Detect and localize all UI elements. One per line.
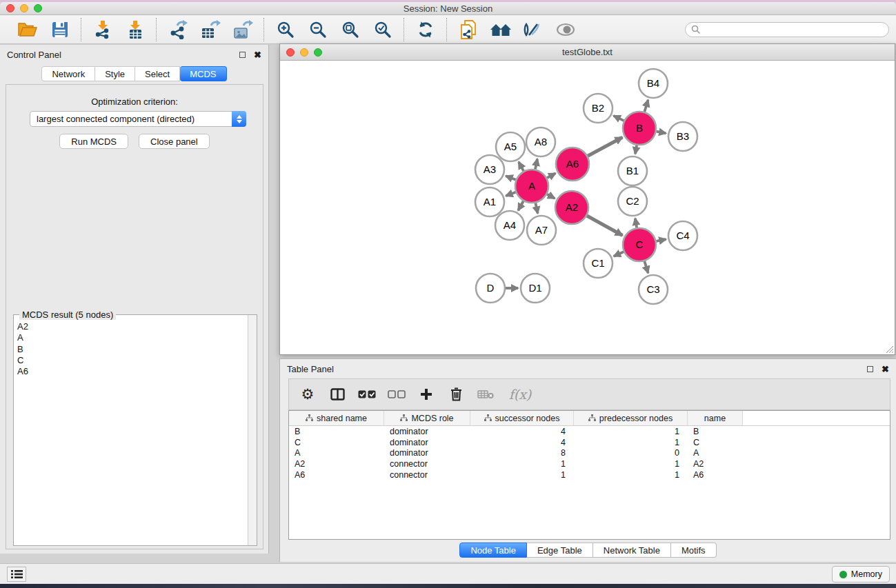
table-cell[interactable]: 8 [470,448,574,458]
column-header-MCDS-role[interactable]: MCDS role [384,411,470,425]
select-all-button[interactable] [358,390,376,398]
memory-button[interactable]: Memory [832,566,890,582]
zoom-fit-button[interactable] [334,17,366,42]
window-resize-grip[interactable] [885,345,893,353]
zoom-in-button[interactable] [269,17,301,42]
mcds-result-list[interactable]: A2ABCA6 [14,321,247,545]
tab-edge-table[interactable]: Edge Table [527,543,593,558]
refresh-button[interactable] [409,17,441,42]
network-canvas[interactable]: B4B2BB3A8A5A6A3B1AA1C2A2A4A7C4CC1DC3D1 [280,61,895,354]
close-table-panel-icon[interactable]: ✖ [882,365,889,374]
function-builder-button[interactable]: f(x) [506,387,534,402]
search-field[interactable] [685,22,889,37]
network-edge-A-A5[interactable] [519,162,524,171]
search-input[interactable] [701,24,883,34]
network-edge-A-A1[interactable] [506,192,515,196]
tab-motifs[interactable]: Motifs [671,543,717,558]
network-edge-A-A8[interactable] [535,159,537,169]
mcds-result-item[interactable]: C [14,355,247,366]
mcds-result-item[interactable]: A [14,332,247,343]
table-cell[interactable]: dominator [384,427,470,436]
optimization-criterion-select[interactable]: largest connected component (directed) [30,111,246,127]
annotation-mode-button[interactable] [517,17,549,42]
mcds-result-scrollbar[interactable] [248,315,257,545]
table-row[interactable]: Bdominator41B [289,426,890,437]
table-cell[interactable]: 1 [574,459,688,469]
zoom-selected-button[interactable] [366,17,399,42]
table-cell[interactable]: connector [384,459,470,469]
table-row[interactable]: Adominator80A [289,447,890,458]
tab-network[interactable]: Network [41,66,95,81]
column-header-successor-nodes[interactable]: successor nodes [470,411,574,425]
close-network-window-button[interactable] [286,48,295,57]
column-header-shared-name[interactable]: shared name [289,411,384,425]
table-cell[interactable]: 4 [470,427,574,436]
table-cell[interactable]: A6 [688,470,743,480]
network-edge-B-B4[interactable] [644,100,648,112]
network-edge-A-A2[interactable] [547,194,555,199]
minimize-window-button[interactable] [20,4,28,12]
zoom-network-window-button[interactable] [314,48,322,57]
export-network-button[interactable] [161,17,194,42]
tab-style[interactable]: Style [95,66,135,81]
deselect-all-button[interactable] [388,390,406,398]
delete-column-button[interactable] [447,387,465,401]
network-edge-C-C2[interactable] [635,219,637,228]
table-cell[interactable]: C [289,438,384,447]
mcds-result-item[interactable]: A6 [14,366,247,377]
graphics-details-button[interactable] [549,17,581,42]
network-edge-A2-C[interactable] [587,216,623,235]
table-cell[interactable]: connector [384,470,470,480]
table-cell[interactable]: A [688,448,743,458]
minimize-network-window-button[interactable] [300,48,308,57]
table-cell[interactable]: dominator [384,438,470,447]
open-session-button[interactable] [11,17,43,42]
table-cell[interactable]: 4 [470,438,574,447]
network-edge-A-A3[interactable] [506,176,515,180]
table-cell[interactable]: B [688,427,743,436]
table-cell[interactable]: A2 [688,459,743,469]
zoom-out-button[interactable] [301,17,334,42]
network-edge-B-B3[interactable] [657,132,666,134]
table-cell[interactable]: 1 [574,427,688,436]
network-edge-C-C1[interactable] [614,252,624,256]
table-row[interactable]: A6connector11A6 [289,469,890,480]
network-edge-A-A4[interactable] [518,201,524,210]
table-settings-button[interactable]: ⚙ [299,387,317,402]
home-button[interactable] [484,17,517,42]
network-edge-C-C3[interactable] [644,261,648,273]
table-cell[interactable]: 1 [470,459,574,469]
import-table-button[interactable] [119,17,151,42]
mcds-result-item[interactable]: B [14,344,247,355]
tab-select[interactable]: Select [135,66,180,81]
zoom-window-button[interactable] [34,4,42,12]
table-row[interactable]: A2connector11A2 [289,458,890,469]
task-history-button[interactable] [7,567,26,582]
tab-network-table[interactable]: Network Table [593,543,671,558]
show-columns-button[interactable] [328,388,346,401]
column-header-name[interactable]: name [688,411,743,425]
table-cell[interactable]: A2 [289,459,384,469]
table-cell[interactable]: 1 [574,470,688,480]
add-column-button[interactable] [417,388,435,401]
float-panel-icon[interactable] [239,52,246,58]
close-panel-icon[interactable]: ✖ [254,50,261,59]
import-network-button[interactable] [86,17,119,42]
table-cell[interactable]: 0 [574,448,688,458]
close-window-button[interactable] [6,4,14,12]
tab-node-table[interactable]: Node Table [459,543,527,558]
mcds-result-item[interactable]: A2 [14,321,247,332]
run-mcds-button[interactable]: Run MCDS [59,134,128,149]
table-cell[interactable]: 1 [574,438,688,447]
network-edge-A-A6[interactable] [547,173,555,178]
export-image-button[interactable] [226,17,259,42]
table-cell[interactable]: A [289,448,384,458]
column-header-predecessor-nodes[interactable]: predecessor nodes [574,411,688,425]
delete-table-button[interactable] [477,389,495,399]
clone-network-button[interactable] [452,17,484,42]
table-cell[interactable]: B [289,427,384,436]
close-panel-button[interactable]: Close panel [139,134,210,149]
node-table[interactable]: shared nameMCDS rolesuccessor nodesprede… [288,410,890,540]
table-row[interactable]: Cdominator41C [289,437,890,448]
network-edge-B-B1[interactable] [635,145,637,154]
